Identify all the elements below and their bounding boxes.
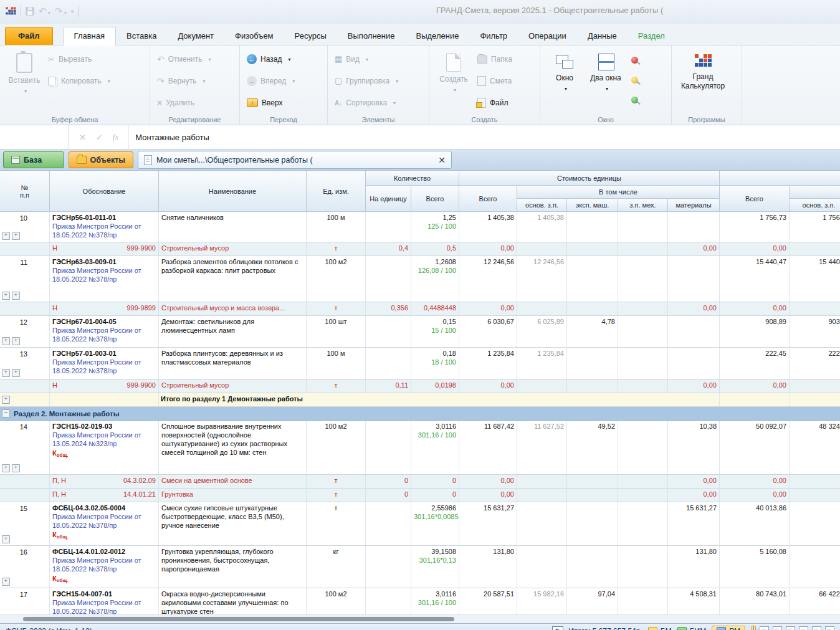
red-pin-icon[interactable]	[631, 57, 638, 64]
cell-num[interactable]: +	[0, 393, 50, 406]
cell-num[interactable]	[0, 242, 50, 255]
expand-icon[interactable]: +	[12, 337, 20, 345]
cell-total-osn[interactable]	[790, 475, 840, 488]
cell-unit-cost-mat[interactable]: 0,00	[668, 475, 720, 488]
cell-num[interactable]: 15+	[0, 502, 50, 545]
cell-unit-cost-osn[interactable]	[517, 546, 567, 588]
table-row[interactable]: Н999-9900Строительный мусорт0,110,01980,…	[0, 379, 840, 393]
cell-unit-cost-zpm[interactable]	[618, 256, 668, 302]
tab-glavnaya[interactable]: Главная	[63, 27, 116, 45]
cell-unit-cost-total[interactable]: 20 587,51	[459, 588, 517, 614]
delete-button[interactable]: ×Удалить	[154, 96, 214, 110]
col-header-including[interactable]: В том числе	[517, 186, 720, 199]
cell-unit-cost-exp[interactable]	[567, 502, 618, 545]
tab-vstavka[interactable]: Вставка	[116, 27, 167, 45]
cell-unit-cost-mat[interactable]: 0,00	[668, 379, 720, 393]
table-row-17[interactable]: 17++ГЭСН15-04-007-01Приказ Минстроя Росс…	[0, 588, 840, 614]
horizontal-scrollbar[interactable]	[0, 614, 840, 623]
cell-total-vsego[interactable]: 40 013,86	[720, 502, 790, 545]
view-icon-tsn[interactable]	[786, 626, 795, 630]
expand-icon[interactable]: +	[12, 292, 20, 300]
cell-num[interactable]	[0, 379, 50, 393]
sigma-icon[interactable]: Σ	[552, 626, 563, 630]
col-header-unit-cost[interactable]: Стоимость единицы	[459, 171, 720, 186]
view-button[interactable]: ▦Вид	[332, 52, 401, 66]
cut-button[interactable]: ✂Вырезать	[45, 52, 113, 66]
base-button[interactable]: База	[3, 151, 64, 168]
cell-unit-cost-zpm[interactable]	[618, 316, 668, 347]
cell-total-vsego[interactable]	[720, 393, 790, 406]
table-row[interactable]: П, Н04.3.02.09Смеси на цементной основет…	[0, 475, 840, 489]
cell-basis[interactable]: ГЭСНр63-03-009-01Приказ Минстроя России …	[50, 256, 159, 302]
tab-file[interactable]: Файл	[5, 27, 53, 45]
cell-unit-cost-zpm[interactable]	[618, 348, 668, 379]
cell-qty-total[interactable]: 0	[411, 489, 459, 502]
cell-unit-cost-mat[interactable]	[668, 393, 720, 406]
cell-unit-cost-mat[interactable]	[668, 316, 720, 347]
cell-total-osn[interactable]: 222,4	[790, 348, 840, 379]
table-row-15[interactable]: 15+ФСБЦ-04.3.02.05-0004Приказ Минстроя Р…	[0, 502, 840, 546]
col-header-unit[interactable]: Ед. изм.	[307, 171, 366, 212]
cell-unit-cost-exp[interactable]	[567, 212, 618, 242]
cell-unit-cost-total[interactable]: 6 030,67	[459, 316, 517, 347]
cell-unit-cost-total[interactable]: 0,00	[459, 302, 517, 315]
redo-button[interactable]: ↷ ▾	[55, 6, 67, 17]
col-header-qty-total[interactable]: Всего	[411, 186, 459, 212]
customize-toolbar-button[interactable]: ▾	[71, 9, 74, 14]
cell-unit[interactable]: т	[307, 475, 366, 488]
tab-vydelenie[interactable]: Выделение	[406, 27, 470, 45]
cell-name[interactable]: Строительный мусор	[159, 379, 307, 393]
cell-qty-total[interactable]: 1,25125 / 100	[411, 212, 459, 242]
forward-button[interactable]: →Вперед	[244, 74, 298, 88]
cell-num[interactable]	[0, 475, 50, 488]
col-header-total-osn-zp[interactable]: основ. з.п.	[790, 199, 840, 212]
cell-unit-cost-exp[interactable]	[567, 256, 618, 302]
bm-toggle[interactable]: БМ	[648, 627, 672, 630]
cell-basis[interactable]: ГЭСН15-02-019-03Приказ Минстроя России о…	[50, 421, 159, 474]
cell-total-osn[interactable]	[790, 242, 840, 255]
cell-total-vsego[interactable]: 50 092,07	[720, 421, 790, 474]
cell-unit-cost-osn[interactable]	[517, 302, 567, 315]
cell-qty-per-unit[interactable]: 0,356	[366, 302, 411, 315]
cell-unit-cost-zpm[interactable]	[618, 302, 668, 315]
table-row-13[interactable]: 13++ГЭСНр57-01-003-01Приказ Минстроя Рос…	[0, 348, 840, 379]
cell-unit[interactable]: 100 шт	[307, 316, 366, 347]
cell-basis[interactable]: Н999-9900	[50, 242, 159, 255]
tab-resursy[interactable]: Ресурсы	[284, 27, 337, 45]
cell-unit-cost-mat[interactable]: 15 631,27	[668, 502, 720, 545]
cell-unit-cost-osn[interactable]	[517, 475, 567, 488]
cell-unit[interactable]: 100 м	[307, 212, 366, 242]
cell-total-vsego[interactable]: 15 440,47	[720, 256, 790, 302]
cell-basis[interactable]: ФСБЦ-14.4.01.02-0012Приказ Минстроя Росс…	[50, 546, 159, 588]
view-icon-preview[interactable]	[825, 626, 834, 630]
table-row-14[interactable]: 14++ГЭСН15-02-019-03Приказ Минстроя Росс…	[0, 421, 840, 475]
cell-unit-cost-exp[interactable]	[567, 475, 618, 488]
tab-fizobem[interactable]: Физобъем	[224, 27, 284, 45]
cell-basis[interactable]	[50, 393, 159, 406]
cell-unit[interactable]: т	[307, 502, 366, 545]
name-box[interactable]	[0, 125, 69, 149]
cancel-entry-icon[interactable]: ✕	[79, 133, 86, 142]
cell-unit-cost-mat[interactable]: 4 508,31	[668, 588, 720, 614]
cell-unit-cost-mat[interactable]	[668, 348, 720, 379]
cell-total-osn[interactable]	[790, 502, 840, 545]
cell-unit-cost-zpm[interactable]	[618, 546, 668, 588]
yellow-pin-icon[interactable]	[631, 77, 638, 84]
cell-name[interactable]: Разборка элементов облицовки потолков с …	[159, 256, 307, 302]
cell-unit[interactable]: т	[307, 489, 366, 502]
expand-icon[interactable]: +	[12, 464, 20, 472]
tab-operacii[interactable]: Операции	[518, 27, 577, 45]
cell-basis[interactable]: ГЭСНр56-01-011-01Приказ Минстроя России …	[50, 212, 159, 242]
cell-unit-cost-osn[interactable]: 1 405,38	[517, 212, 567, 242]
expand-icon[interactable]: +	[12, 369, 20, 377]
expand-icon[interactable]: +	[2, 337, 10, 345]
cell-unit-cost-zpm[interactable]	[618, 379, 668, 393]
cell-unit-cost-mat[interactable]: 0,00	[668, 242, 720, 255]
cell-qty-total[interactable]: 39,1508301,16*0,13	[411, 546, 459, 588]
cell-qty-total[interactable]: 0,1818 / 100	[411, 348, 459, 379]
copy-button[interactable]: Копировать	[45, 74, 113, 88]
cell-total-osn[interactable]	[790, 379, 840, 393]
cell-name[interactable]: Снятие наличников	[159, 212, 307, 242]
cell-unit[interactable]: т	[307, 379, 366, 393]
cell-qty-per-unit[interactable]: 0	[366, 475, 411, 488]
